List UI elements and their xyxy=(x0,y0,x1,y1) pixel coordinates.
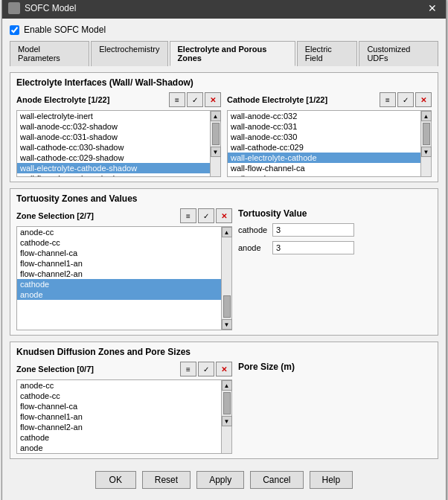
knud-list-check-btn[interactable]: ✓ xyxy=(198,362,214,376)
scroll-down[interactable]: ▼ xyxy=(222,319,232,330)
knud-zone-header: Zone Selection [0/7] ≡ ✓ ✕ xyxy=(16,362,232,376)
knud-zone-label: Zone Selection [0/7] xyxy=(16,365,94,374)
tort-cathode-row: cathode xyxy=(238,223,432,237)
anode-list-check-btn[interactable]: ✓ xyxy=(187,92,203,107)
cathode-list-check-btn[interactable]: ✓ xyxy=(397,92,414,107)
anode-list-clear-btn[interactable]: ✕ xyxy=(205,92,221,107)
tort-zone-header: Zone Selection [2/7] ≡ ✓ ✕ xyxy=(16,208,232,223)
list-item[interactable]: wall-anode-cc:031 xyxy=(228,121,420,132)
tab-electrochemistry[interactable]: Electrochemistry xyxy=(91,41,167,66)
anode-list-all-btn[interactable]: ≡ xyxy=(169,92,185,107)
list-item[interactable]: cathode xyxy=(17,432,221,443)
cancel-button[interactable]: Cancel xyxy=(250,471,303,489)
list-item[interactable]: wall-anode-cc:032-shadow xyxy=(17,121,210,132)
cathode-scrollbar[interactable]: ▲ ▼ xyxy=(421,110,432,177)
titlebar: SOFC Model ✕ xyxy=(2,0,446,19)
scroll-up[interactable]: ▲ xyxy=(421,111,432,121)
tort-cathode-input[interactable] xyxy=(272,223,354,237)
knud-list-clear-btn[interactable]: ✕ xyxy=(216,362,232,376)
list-item[interactable]: wall-anode-cc:031-shadow xyxy=(17,132,210,142)
knud-right-col: Pore Size (m) xyxy=(238,362,432,454)
list-item[interactable]: anode xyxy=(17,289,221,300)
scroll-down[interactable]: ▼ xyxy=(421,147,432,157)
scroll-up[interactable]: ▲ xyxy=(211,111,221,121)
list-item[interactable]: flow-channel1-an xyxy=(17,258,221,269)
list-item[interactable]: wall-cathode-cc:029-shadow xyxy=(17,153,210,163)
scroll-down[interactable]: ▼ xyxy=(211,147,221,157)
cathode-buttons: ≡ ✓ ✕ xyxy=(380,92,432,107)
list-item[interactable]: wall-anode-cc:030 xyxy=(228,132,420,142)
reset-button[interactable]: Reset xyxy=(142,471,191,489)
apply-button[interactable]: Apply xyxy=(196,471,244,489)
knud-buttons: ≡ ✓ ✕ xyxy=(180,362,232,376)
tortuosity-listbox[interactable]: anode-cc cathode-cc flow-channel-ca flow… xyxy=(16,226,222,330)
scroll-thumb[interactable] xyxy=(423,123,430,145)
tab-electrolyte-porous[interactable]: Electrolyte and Porous Zones xyxy=(170,41,295,66)
scroll-thumb[interactable] xyxy=(212,123,220,145)
list-item[interactable]: wall-cathode-cc:030-shadow xyxy=(17,142,210,153)
knud-left-col: Zone Selection [0/7] ≡ ✓ ✕ anode-cc cath… xyxy=(16,362,232,454)
list-item[interactable]: wall-anode-cc xyxy=(228,173,420,177)
anode-scrollbar[interactable]: ▲ ▼ xyxy=(211,110,221,177)
cathode-list-all-btn[interactable]: ≡ xyxy=(380,92,396,107)
cathode-listbox[interactable]: wall-anode-cc:032 wall-anode-cc:031 wall… xyxy=(227,110,421,177)
tort-list-all-btn[interactable]: ≡ xyxy=(180,208,196,223)
window-title: SOFC Model xyxy=(25,3,76,13)
tortuosity-title: Tortuosity Zones and Values xyxy=(16,193,432,204)
anode-label: Anode Electrolyte [1/22] xyxy=(16,95,109,104)
list-item[interactable]: anode-cc xyxy=(17,380,221,391)
knud-list-all-btn[interactable]: ≡ xyxy=(180,362,196,376)
scroll-up[interactable]: ▲ xyxy=(222,380,232,391)
tort-scrollbar[interactable]: ▲ ▼ xyxy=(222,226,232,330)
list-item[interactable]: wall-electrolyte-cathode xyxy=(228,153,420,163)
list-item[interactable]: wall-flow-channel-ca xyxy=(228,163,420,173)
tort-right-col: Tortuosity Value cathode anode xyxy=(238,208,432,330)
list-item[interactable]: wall-cathode-cc:029 xyxy=(228,142,420,153)
tab-bar: Model Parameters Electrochemistry Electr… xyxy=(10,41,438,66)
tort-left-col: Zone Selection [2/7] ≡ ✓ ✕ anode-cc cath… xyxy=(16,208,232,330)
scroll-up[interactable]: ▲ xyxy=(222,227,232,237)
list-item[interactable]: flow-channel-ca xyxy=(17,248,221,258)
scroll-thumb[interactable] xyxy=(223,392,231,414)
tort-anode-row: anode xyxy=(238,241,432,254)
tort-anode-input[interactable] xyxy=(272,241,354,254)
list-item[interactable]: cathode-cc xyxy=(17,391,221,401)
list-item[interactable]: anode xyxy=(17,443,221,453)
cathode-list-clear-btn[interactable]: ✕ xyxy=(415,92,432,107)
tort-list-clear-btn[interactable]: ✕ xyxy=(216,208,232,223)
tort-list-check-btn[interactable]: ✓ xyxy=(198,208,214,223)
list-item[interactable]: flow-channel2-an xyxy=(17,269,221,279)
app-icon xyxy=(8,2,20,14)
list-item[interactable]: wall-anode-cc:032 xyxy=(228,111,420,121)
tortuosity-columns: Zone Selection [2/7] ≡ ✓ ✕ anode-cc cath… xyxy=(16,208,432,330)
list-item[interactable]: flow-channel1-an xyxy=(17,411,221,422)
main-window: SOFC Model ✕ Enable SOFC Model Model Par… xyxy=(1,0,447,500)
list-item[interactable]: wall-flow-channel-ca-shadow xyxy=(17,173,210,177)
footer-buttons: OK Reset Apply Cancel Help xyxy=(10,465,438,496)
knudsen-listbox[interactable]: anode-cc cathode-cc flow-channel-ca flow… xyxy=(16,379,222,454)
list-item[interactable]: flow-channel-ca xyxy=(17,401,221,411)
cathode-label: Cathode Electrolyte [1/22] xyxy=(227,95,327,104)
tortuosity-section: Tortuosity Zones and Values Zone Selecti… xyxy=(10,188,438,336)
tort-buttons: ≡ ✓ ✕ xyxy=(180,208,232,223)
list-item[interactable]: cathode-cc xyxy=(17,237,221,248)
help-button[interactable]: Help xyxy=(310,471,353,489)
list-item[interactable]: anode-cc xyxy=(17,227,221,237)
ok-button[interactable]: OK xyxy=(95,471,136,489)
scroll-thumb[interactable] xyxy=(223,295,231,318)
knud-scrollbar[interactable]: ▲ ▼ xyxy=(222,379,232,454)
tab-electric-field[interactable]: Electric Field xyxy=(297,41,358,66)
tab-model-parameters[interactable]: Model Parameters xyxy=(10,41,89,66)
list-item[interactable]: cathode xyxy=(17,279,221,289)
cathode-col: Cathode Electrolyte [1/22] ≡ ✓ ✕ wall-an… xyxy=(227,92,432,177)
list-item[interactable]: wall-electrolyte-cathode-shadow xyxy=(17,163,210,173)
tab-customized-udfs[interactable]: Customized UDFs xyxy=(359,41,438,66)
scroll-down[interactable]: ▼ xyxy=(222,416,232,426)
list-item[interactable]: flow-channel2-an xyxy=(17,422,221,432)
close-button[interactable]: ✕ xyxy=(425,2,440,14)
knudsen-columns: Zone Selection [0/7] ≡ ✓ ✕ anode-cc cath… xyxy=(16,362,432,454)
enable-sofc-checkbox[interactable] xyxy=(10,25,19,35)
enable-row: Enable SOFC Model xyxy=(10,25,438,35)
list-item[interactable]: wall-electrolyte-inert xyxy=(17,111,210,121)
anode-listbox[interactable]: wall-electrolyte-inert wall-anode-cc:032… xyxy=(16,110,211,177)
